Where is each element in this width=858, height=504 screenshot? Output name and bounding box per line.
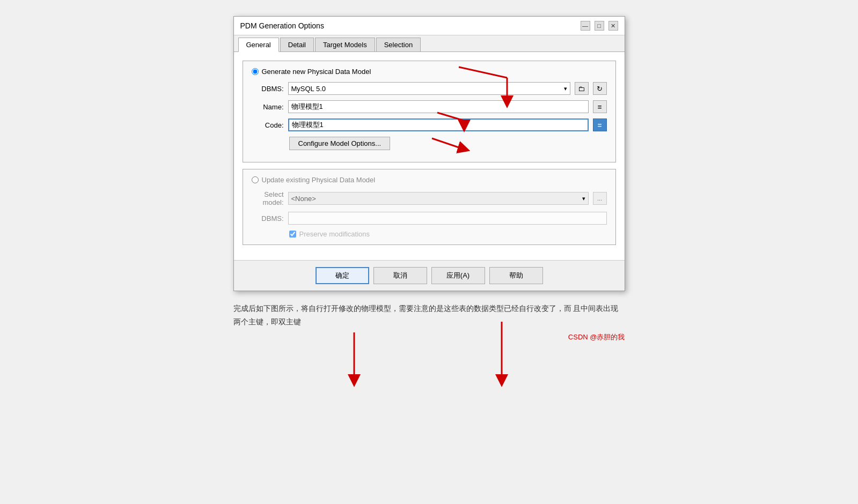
dbms-refresh-icon[interactable]: ↻ (593, 82, 607, 95)
dbms-row: DBMS: MySQL 5.0 🗀 ↻ (252, 82, 607, 95)
generate-radio[interactable] (252, 68, 259, 75)
select-model-select[interactable]: <None> (288, 192, 589, 205)
tab-general[interactable]: General (238, 38, 279, 52)
minimize-button[interactable]: — (581, 21, 590, 31)
apply-button[interactable]: 应用(A) (431, 267, 485, 284)
select-model-label: Select model: (252, 190, 284, 206)
dialog-titlebar: PDM Generation Options — □ ✕ (234, 17, 625, 35)
update-dbms-input (288, 212, 607, 225)
update-section-header: Update existing Physical Data Model (252, 176, 607, 184)
generate-radio-label: Generate new Physical Data Model (262, 68, 371, 76)
dbms-select[interactable]: MySQL 5.0 (288, 82, 570, 95)
select-model-ellipsis-button[interactable]: ... (593, 192, 607, 205)
code-equal-button[interactable]: = (593, 118, 607, 131)
dialog-body: Generate new Physical Data Model DBMS: M… (234, 52, 625, 260)
tab-selection[interactable]: Selection (376, 38, 421, 51)
tab-bar: General Detail Target Models Selection (234, 35, 625, 52)
code-label: Code: (252, 121, 284, 129)
help-button[interactable]: 帮助 (489, 267, 543, 284)
configure-button[interactable]: Configure Model Options... (289, 137, 391, 150)
generate-section-header: Generate new Physical Data Model (252, 68, 607, 76)
preserve-row: Preserve modifications (289, 230, 607, 238)
dbms-select-wrapper: MySQL 5.0 (288, 82, 570, 95)
name-label: Name: (252, 103, 284, 111)
update-radio-label: Update existing Physical Data Model (262, 176, 376, 184)
update-dbms-row: DBMS: (252, 212, 607, 225)
caption-main-text: 完成后如下图所示，将自行打开修改的物理模型，需要注意的是这些表的数据类型已经自行… (233, 302, 625, 329)
name-row: Name: = (252, 100, 607, 113)
update-section: Update existing Physical Data Model Sele… (243, 169, 616, 245)
preserve-label: Preserve modifications (299, 230, 370, 238)
caption-section: 完成后如下图所示，将自行打开修改的物理模型，需要注意的是这些表的数据类型已经自行… (233, 302, 625, 344)
select-model-wrapper: <None> (288, 192, 589, 205)
select-model-row: Select model: <None> ... (252, 190, 607, 206)
name-equal-button[interactable]: = (593, 100, 607, 113)
dbms-folder-icon[interactable]: 🗀 (575, 82, 589, 95)
cancel-button[interactable]: 取消 (373, 267, 427, 284)
name-input[interactable] (288, 100, 589, 113)
dialog-footer: 确定 取消 应用(A) 帮助 (234, 260, 625, 291)
update-radio[interactable] (252, 176, 259, 183)
tab-detail[interactable]: Detail (280, 38, 314, 51)
configure-row: Configure Model Options... (252, 137, 607, 150)
preserve-checkbox[interactable] (289, 231, 296, 238)
confirm-button[interactable]: 确定 (316, 267, 369, 284)
dbms-label: DBMS: (252, 85, 284, 93)
close-button[interactable]: ✕ (608, 21, 618, 31)
generate-section: Generate new Physical Data Model DBMS: M… (243, 61, 616, 162)
pdm-generation-dialog: PDM Generation Options — □ ✕ General Det… (233, 16, 625, 291)
caption-source: CSDN @赤胆的我 (233, 331, 625, 343)
maximize-button[interactable]: □ (595, 21, 604, 31)
update-dbms-label: DBMS: (252, 214, 284, 223)
code-row: Code: = (252, 118, 607, 131)
code-input[interactable] (288, 118, 589, 131)
dialog-title: PDM Generation Options (240, 21, 324, 30)
titlebar-controls: — □ ✕ (581, 21, 618, 31)
tab-target-models[interactable]: Target Models (315, 38, 375, 51)
